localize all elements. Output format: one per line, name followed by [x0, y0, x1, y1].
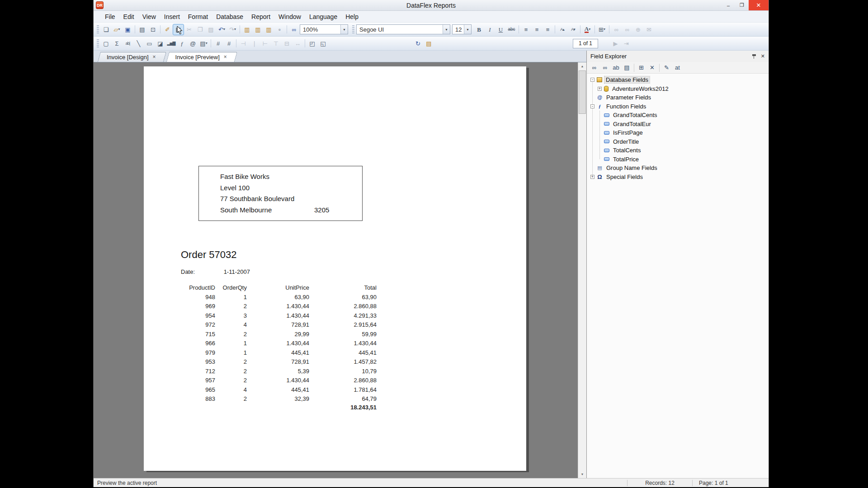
- find-icon[interactable]: ∞: [289, 24, 299, 35]
- chevron-down-icon[interactable]: ▾: [340, 25, 348, 34]
- select-objects-icon[interactable]: ▢: [101, 38, 111, 49]
- scroll-down-icon[interactable]: ▼: [578, 470, 586, 478]
- database-expert-icon[interactable]: ▥: [253, 24, 263, 35]
- toolbar-separator[interactable]: [235, 38, 238, 49]
- rename-field-icon[interactable]: ab: [611, 62, 621, 73]
- insert-field-icon[interactable]: ⊞: [636, 62, 646, 73]
- find-next-icon[interactable]: ∞: [600, 62, 610, 73]
- rectangle-icon[interactable]: ▭: [144, 38, 155, 49]
- close-button[interactable]: ✕: [749, 0, 769, 10]
- align-tops-icon[interactable]: ⊤: [271, 38, 281, 49]
- text-object-icon[interactable]: ab|: [123, 38, 133, 49]
- align-center-icon[interactable]: ≡: [532, 24, 542, 35]
- tree-item-totalcents[interactable]: TotalCents: [587, 146, 769, 155]
- toolbar-separator[interactable]: [303, 38, 307, 49]
- subreport-icon[interactable]: ▤▾: [198, 38, 209, 49]
- strikeout-icon[interactable]: abc: [506, 24, 517, 35]
- menu-file[interactable]: File: [101, 12, 119, 22]
- menu-report[interactable]: Report: [247, 12, 274, 22]
- tree-item-grandtotalcents[interactable]: GrandTotalCents: [587, 111, 769, 120]
- browse-data-icon[interactable]: ▤: [622, 62, 632, 73]
- format-paint-icon[interactable]: ✐: [162, 24, 173, 35]
- menu-insert[interactable]: Insert: [160, 12, 184, 22]
- menu-edit[interactable]: Edit: [119, 12, 138, 22]
- next-page-icon[interactable]: ▶: [610, 38, 621, 49]
- menu-help[interactable]: Help: [341, 12, 363, 22]
- tree-item-grandtotaleur[interactable]: GrandTotalEur: [587, 120, 769, 129]
- tree-item-parameter-fields[interactable]: @ Parameter Fields: [587, 93, 769, 102]
- minimize-button[interactable]: –: [722, 0, 735, 10]
- delete-field-icon[interactable]: ✕: [647, 62, 657, 73]
- toolbar-separator[interactable]: [553, 24, 557, 35]
- chevron-down-icon[interactable]: ▾: [464, 25, 471, 34]
- toolbar-grip[interactable]: [97, 39, 99, 47]
- menu-format[interactable]: Format: [184, 12, 212, 22]
- undo-icon[interactable]: ↶▾: [217, 24, 227, 35]
- scroll-up-icon[interactable]: ▲: [578, 62, 586, 70]
- menu-database[interactable]: Database: [212, 12, 247, 22]
- menu-window[interactable]: Window: [274, 12, 305, 22]
- tree-item-function-fields[interactable]: - ƒ Function Fields: [587, 102, 769, 111]
- save-icon[interactable]: ▣: [123, 24, 133, 35]
- toolbar-separator[interactable]: [159, 24, 162, 35]
- attachment-icon[interactable]: ⊕: [633, 24, 643, 35]
- grow-font-icon[interactable]: A▴: [557, 24, 567, 35]
- tree-item-isfirstpage[interactable]: IsFirstPage: [587, 128, 769, 137]
- toolbar-separator[interactable]: [608, 24, 611, 35]
- italic-icon[interactable]: I: [485, 24, 495, 35]
- menu-view[interactable]: View: [138, 12, 160, 22]
- new-document-icon[interactable]: ❏: [101, 24, 111, 35]
- toolbar-separator[interactable]: [632, 62, 636, 73]
- toolbar-separator[interactable]: [593, 24, 596, 35]
- close-tab-icon[interactable]: ×: [224, 54, 227, 60]
- vertical-scrollbar[interactable]: ▲ ▼: [578, 62, 586, 478]
- menu-language[interactable]: Language: [305, 12, 341, 22]
- align-right-icon[interactable]: ≡: [542, 24, 553, 35]
- chevron-down-icon[interactable]: ▾: [443, 25, 450, 34]
- tree-item-database-fields[interactable]: - Database Fields: [587, 75, 769, 84]
- close-tab-icon[interactable]: ×: [153, 54, 156, 60]
- tree-item-ordertitle[interactable]: OrderTitle: [587, 137, 769, 146]
- refresh-report-icon[interactable]: ↻: [413, 38, 423, 49]
- font-combobox[interactable]: Segoe UI ▾: [356, 24, 450, 34]
- line-icon[interactable]: ╲: [133, 38, 144, 49]
- underline-icon[interactable]: U: [495, 24, 506, 35]
- toolbar-grip[interactable]: [352, 25, 354, 33]
- toolbar-separator[interactable]: [517, 24, 520, 35]
- align-left-icon[interactable]: ≡: [521, 24, 531, 35]
- scrollbar-thumb[interactable]: [579, 70, 586, 114]
- zoom-combobox[interactable]: 100% ▾: [300, 24, 348, 34]
- align-centers-icon[interactable]: ∣: [249, 38, 259, 49]
- tree-item-group-name-fields[interactable]: ▤ Group Name Fields: [587, 164, 769, 173]
- database-location-icon[interactable]: ▥: [264, 24, 274, 35]
- toolbar-separator[interactable]: [579, 24, 582, 35]
- toolbar-separator[interactable]: [285, 24, 288, 35]
- expression-icon[interactable]: at: [672, 62, 683, 73]
- find-field-icon[interactable]: ∞: [589, 62, 599, 73]
- paste-icon[interactable]: ▨: [206, 24, 216, 35]
- tree-item-special-fields[interactable]: + Ω Special Fields: [587, 173, 769, 182]
- open-folder-icon[interactable]: ▱▾: [112, 24, 122, 35]
- tree-item-adventureworks2012[interactable]: + AdventureWorks2012: [587, 84, 769, 94]
- pin-icon[interactable]: [752, 54, 756, 59]
- function-icon[interactable]: ƒ: [177, 38, 187, 49]
- tree-item-totalprice[interactable]: TotalPrice: [587, 155, 769, 164]
- toolbar-separator[interactable]: [209, 38, 212, 49]
- toolbar-separator[interactable]: [133, 24, 137, 35]
- snap-grid-icon[interactable]: #: [224, 38, 234, 49]
- bold-icon[interactable]: B: [474, 24, 484, 35]
- align-rights-icon[interactable]: ⊢: [260, 38, 270, 49]
- close-panel-icon[interactable]: ✕: [761, 53, 765, 59]
- print-report-icon[interactable]: ▤: [424, 38, 434, 49]
- remove-hyperlink-icon[interactable]: ∞: [622, 24, 632, 35]
- align-lefts-icon[interactable]: ⊣: [238, 38, 249, 49]
- mail-icon[interactable]: ✉: [644, 24, 654, 35]
- same-size-icon[interactable]: ⊟: [282, 38, 292, 49]
- page-setup-icon[interactable]: ▫: [274, 24, 285, 35]
- cut-icon[interactable]: ✂: [184, 24, 194, 35]
- expand-toggle-icon[interactable]: +: [598, 87, 602, 91]
- shrink-font-icon[interactable]: A▾: [568, 24, 578, 35]
- picture-icon[interactable]: ◪: [155, 38, 165, 49]
- tab-invoice-preview[interactable]: Invoice [Preview] ×: [168, 52, 236, 62]
- tab-invoice-design[interactable]: Invoice [Design] ×: [99, 52, 165, 62]
